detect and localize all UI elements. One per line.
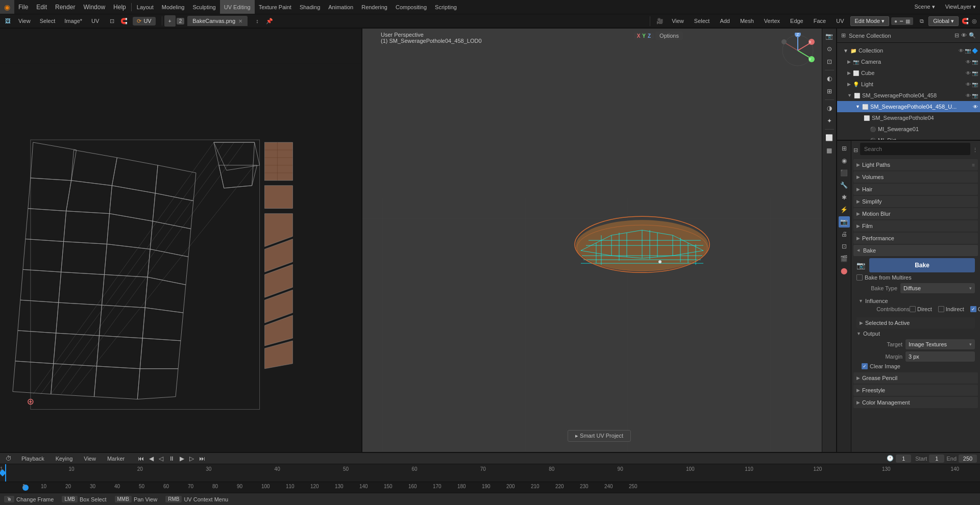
props-filter-icon[interactable]: ⊟: [853, 147, 858, 154]
tree-item-light[interactable]: ▶ 💡 Light 👁 📷: [837, 79, 980, 90]
target-dropdown[interactable]: Image Textures ▾: [905, 339, 975, 349]
step-back-btn[interactable]: ◀: [147, 454, 156, 463]
step-fwd-btn[interactable]: ▷: [187, 454, 196, 463]
menu-edit[interactable]: Edit: [32, 0, 51, 14]
light-vis-cam[interactable]: 📷: [972, 82, 978, 87]
prop-physics-icon[interactable]: ⚡: [839, 204, 850, 215]
menu-window[interactable]: Window: [79, 0, 109, 14]
color-checkbox[interactable]: ✓: [970, 306, 976, 312]
workspace-compositing[interactable]: Compositing: [391, 0, 431, 14]
uv-editor-icon[interactable]: 🖼: [3, 16, 12, 26]
menu-file[interactable]: File: [14, 0, 32, 14]
workspace-animation[interactable]: Animation: [324, 0, 357, 14]
tree-item-camera[interactable]: ▶ 📷 Camera 👁 📷: [837, 56, 980, 67]
edit-mode-selector[interactable]: Edit Mode ▾: [850, 16, 890, 26]
props-search-input[interactable]: [860, 143, 970, 155]
snap-icon[interactable]: 🧲: [119, 16, 129, 26]
light-vis-eye[interactable]: 👁: [966, 82, 971, 87]
tree-item-sm-sewerage[interactable]: ▼ ⬜ SM_SeweragePothole04_458 👁 📷: [837, 90, 980, 101]
viewport-shading-wire[interactable]: ▦: [824, 145, 835, 156]
workspace-rendering[interactable]: Rendering: [357, 0, 391, 14]
eye-filter-icon[interactable]: 👁: [961, 32, 967, 39]
play-back-btn[interactable]: ◁: [157, 454, 165, 463]
influence-header[interactable]: ▼ Influence: [859, 298, 973, 304]
section-volumes-header[interactable]: ▶ Volumes: [853, 171, 978, 183]
tree-item-collection[interactable]: ▼ 📁 Collection 👁 📷 🔷: [837, 45, 980, 56]
rendered-preview[interactable]: ✦: [824, 115, 835, 127]
viewport-menu-uv[interactable]: UV: [832, 18, 848, 24]
uv-canvas[interactable]: [0, 29, 361, 452]
prop-object-icon[interactable]: ⬛: [839, 167, 850, 179]
stop-btn[interactable]: ⏸: [166, 454, 177, 463]
blender-logo[interactable]: ◉: [0, 0, 14, 14]
sm-sewerage-vis-eye[interactable]: 👁: [966, 93, 971, 98]
collection-vis-eye[interactable]: 👁: [959, 48, 964, 54]
jump-start-btn[interactable]: ⏮: [136, 454, 146, 463]
prop-view-layer-icon[interactable]: ⊡: [839, 241, 850, 252]
selected-to-active-header[interactable]: ▶ Selected to Active: [856, 317, 975, 329]
timeline-menu-view[interactable]: View: [80, 453, 100, 464]
pivot-icon[interactable]: ⊡: [107, 16, 116, 26]
tree-item-cube[interactable]: ▶ ⬜ Cube 👁 📷: [837, 67, 980, 79]
timeline-menu-keying[interactable]: Keying: [52, 453, 77, 464]
cube-vis-cam[interactable]: 📷: [972, 70, 978, 76]
bake-type-dropdown[interactable]: Diffuse ▾: [900, 283, 975, 293]
camera-vis-cam[interactable]: 📷: [972, 59, 978, 65]
collection-vis-cam[interactable]: 📷: [965, 48, 971, 54]
tree-item-mi-dirt[interactable]: ⚫ MI_Dirt: [837, 135, 980, 140]
tree-item-sm-sewerage-u[interactable]: ▼ ⬜ SM_SeweragePothole04_458_U... 👁: [837, 101, 980, 112]
uv-menu-image[interactable]: Image*: [60, 18, 86, 24]
section-hair-header[interactable]: ▶ Hair: [853, 184, 978, 195]
prop-output-icon[interactable]: 🖨: [839, 229, 850, 240]
timeline-icon[interactable]: ⏱: [4, 454, 13, 463]
uv-sync-toggle[interactable]: ⟳ UV: [133, 17, 155, 26]
timeline-menu-playback[interactable]: Playback: [17, 453, 48, 464]
section-light-paths-header[interactable]: ▶ Light Paths ≡: [853, 159, 978, 170]
uv-menu-uv[interactable]: UV: [87, 18, 103, 24]
end-frame[interactable]: 250: [959, 454, 977, 463]
mesh-select-mode[interactable]: ● ━ ▦: [891, 17, 913, 25]
close-tab-icon[interactable]: ✕: [238, 18, 242, 24]
xray-toggle[interactable]: ⧉: [917, 16, 926, 26]
camera-vis-eye[interactable]: 👁: [966, 59, 971, 65]
prop-world-icon[interactable]: ◉: [839, 155, 850, 166]
workspace-shading[interactable]: Shading: [296, 0, 324, 14]
viewport-3d-canvas[interactable]: User Perspective (1) SM_SeweragePothole0…: [362, 29, 836, 452]
workspace-scripting[interactable]: Scripting: [431, 0, 461, 14]
section-simplify-header[interactable]: ▶ Simplify: [853, 196, 978, 207]
workspace-sculpting[interactable]: Sculpting: [188, 0, 219, 14]
prop-render-icon[interactable]: 📷: [839, 216, 850, 228]
edge-select-mode[interactable]: ━: [899, 18, 904, 24]
smart-uv-project-btn[interactable]: ▸ Smart UV Project: [568, 430, 631, 442]
section-performance-header[interactable]: ▶ Performance: [853, 233, 978, 244]
overlay-toggle[interactable]: ◐: [824, 73, 835, 84]
menu-render[interactable]: Render: [51, 0, 79, 14]
sm-sewerage-u-vis-eye[interactable]: 👁: [973, 104, 978, 110]
nav-gizmo[interactable]: X Y Z: [780, 33, 816, 68]
local-view-icon[interactable]: ⊡: [824, 56, 835, 67]
prop-modifier-icon[interactable]: 🔧: [839, 180, 850, 191]
uv-menu-view[interactable]: View: [14, 18, 35, 24]
snap-toggle[interactable]: 🧲: [961, 17, 970, 26]
workspace-layout[interactable]: Layout: [133, 0, 158, 14]
section-motion-blur-header[interactable]: ▶ Motion Blur: [853, 208, 978, 219]
timeline-menu-marker[interactable]: Marker: [103, 453, 129, 464]
section-film-header[interactable]: ▶ Film: [853, 220, 978, 232]
section-bake-header[interactable]: ▼ Bake: [853, 245, 978, 256]
face-select-mode[interactable]: ▦: [904, 18, 911, 24]
tree-item-sm-sewerage04[interactable]: ⬜ SM_SeweragePothole04: [837, 112, 980, 123]
viewport-menu-add[interactable]: Add: [716, 18, 734, 24]
start-frame[interactable]: 1: [929, 454, 944, 463]
prop-particle-icon[interactable]: ✱: [839, 192, 850, 203]
sm-sewerage-vis-cam[interactable]: 📷: [972, 93, 978, 98]
filter-icon[interactable]: ⊟: [954, 32, 959, 39]
timeline-track[interactable]: 1 10 20 30 40 50 60 70 80 90 100 110 120…: [0, 464, 980, 482]
section-grease-pencil-header[interactable]: ▶ Grease Pencil: [853, 372, 978, 384]
clear-image-checkbox[interactable]: ✓: [862, 363, 868, 369]
orientation-selector[interactable]: Global ▾: [928, 16, 959, 26]
tree-item-mi-sewerage01[interactable]: ⚫ MI_Sewerage01: [837, 123, 980, 135]
play-btn[interactable]: ▶: [178, 454, 186, 463]
add-tab-btn[interactable]: +: [164, 15, 176, 27]
perspective-icon[interactable]: ⊙: [824, 43, 835, 55]
direct-checkbox[interactable]: [910, 306, 916, 312]
